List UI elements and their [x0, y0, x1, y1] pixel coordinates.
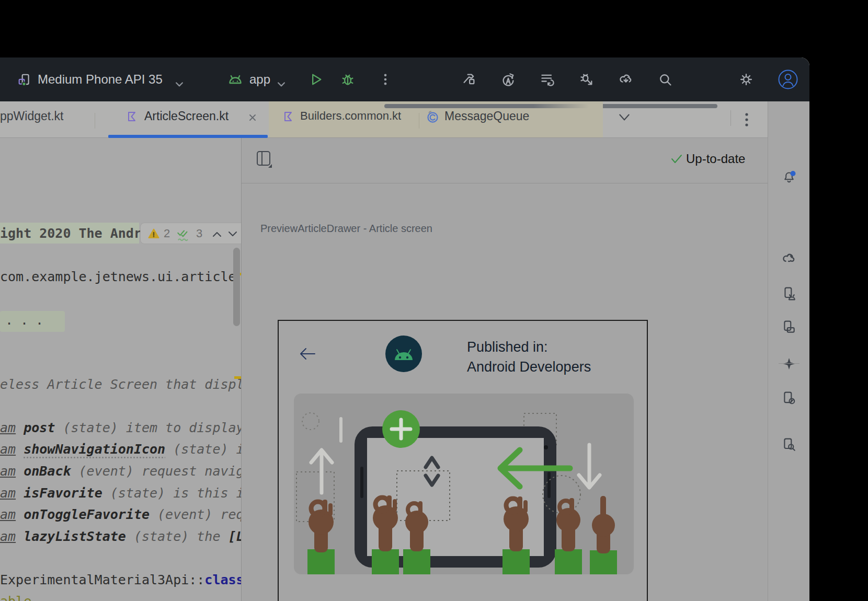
- switch-layout-icon[interactable]: [256, 150, 273, 169]
- device-manager-icon[interactable]: [782, 320, 796, 334]
- apply-code-changes-icon[interactable]: [540, 72, 555, 87]
- warning-stripe-mark[interactable]: [234, 376, 242, 379]
- device-explorer-icon[interactable]: [782, 437, 796, 452]
- running-devices-icon[interactable]: [782, 286, 796, 301]
- gradle-elephant-icon[interactable]: [782, 251, 796, 265]
- article-hero-image: [294, 394, 634, 574]
- folded-region-chip[interactable]: ...: [0, 311, 65, 332]
- class-file-icon: [426, 110, 440, 124]
- chevron-down-icon[interactable]: [176, 82, 183, 87]
- hidden-tabs-chevron-icon[interactable]: [618, 112, 631, 123]
- stripe-divider: [779, 363, 800, 364]
- settings-gear-icon[interactable]: [739, 72, 753, 87]
- compose-preview-pane: Up-to-date PreviewArticleDrawer - Articl…: [242, 138, 768, 601]
- code-line: am post (state) item to display: [0, 420, 242, 436]
- preview-title[interactable]: PreviewArticleDrawer - Article screen: [260, 223, 432, 235]
- main-toolbar: Medium Phone API 35 app: [0, 57, 809, 101]
- code-line: eless Article Screen that displa: [0, 377, 242, 392]
- status-text: Up-to-date: [686, 152, 745, 166]
- close-icon[interactable]: [248, 113, 257, 122]
- tab-label-fade: [533, 102, 603, 137]
- next-issue-chevron-icon[interactable]: [226, 228, 239, 240]
- check-icon: [670, 153, 683, 165]
- search-icon[interactable]: [658, 72, 672, 87]
- preview-status: Up-to-date: [686, 152, 745, 166]
- code-line: am showNavigationIcon (state) i: [0, 442, 242, 457]
- passed-count[interactable]: 3: [196, 227, 202, 240]
- kotlin-file-icon: [282, 110, 294, 123]
- code-line: com.example.jetnews.ui.article: [0, 269, 236, 285]
- tab-options-kebab[interactable]: [741, 108, 752, 132]
- article-preview-card[interactable]: Published in: Android Developers: [278, 320, 648, 601]
- code-line: am isFavorite (state) is this it: [0, 486, 242, 501]
- inspections-widget[interactable]: 2 3: [140, 223, 242, 244]
- editor-tab-bar: ppWidget.kt ArticleScreen.kt Builders.co…: [0, 101, 768, 138]
- code-line: am onBack (event) request naviga: [0, 464, 242, 479]
- code-line: ight 2020 The Andr: [0, 226, 142, 241]
- editor-scrollbar[interactable]: [233, 248, 240, 326]
- chevron-down-icon[interactable]: [278, 82, 285, 87]
- warning-icon[interactable]: [147, 227, 160, 240]
- published-in-label: Published in:: [467, 337, 548, 357]
- tab-articlescreen[interactable]: ArticleScreen.kt: [144, 109, 229, 123]
- device-mirroring-icon[interactable]: [782, 391, 796, 406]
- debug-button[interactable]: [340, 72, 355, 87]
- preview-toolbar: Up-to-date: [242, 138, 768, 183]
- apply-changes-icon[interactable]: [501, 72, 516, 87]
- tab-divider: [419, 113, 419, 129]
- gradle-sync-icon[interactable]: [619, 72, 633, 87]
- prev-issue-chevron-icon[interactable]: [211, 228, 223, 240]
- attach-debugger-icon[interactable]: [579, 72, 594, 87]
- code-line: ExperimentalMaterial3Api::class): [0, 572, 242, 588]
- code-editor-pane[interactable]: ight 2020 The Andrcom.example.jetnews.ui…: [0, 138, 242, 601]
- code-line: able: [0, 594, 31, 601]
- publisher-name: Android Developers: [467, 357, 591, 377]
- tab-divider: [95, 113, 95, 129]
- android-head-icon: [228, 73, 243, 86]
- notifications-bell-icon[interactable]: [782, 170, 796, 185]
- ide-window: Medium Phone API 35 app: [0, 57, 809, 601]
- tab-builders-common[interactable]: Builders.common.kt: [300, 109, 401, 123]
- device-selector[interactable]: Medium Phone API 35: [38, 72, 163, 87]
- publisher-logo: [385, 335, 422, 373]
- profile-avatar[interactable]: [778, 69, 798, 90]
- gemini-spark-icon[interactable]: [782, 356, 796, 371]
- warning-count[interactable]: 2: [164, 227, 170, 240]
- tab-appwidget[interactable]: ppWidget.kt: [0, 109, 63, 123]
- more-options-kebab[interactable]: [378, 72, 393, 87]
- screenshot-stage: Medium Phone API 35 app: [0, 0, 868, 601]
- run-button[interactable]: [309, 72, 323, 87]
- back-arrow-icon[interactable]: [297, 344, 318, 363]
- build-hammer-icon[interactable]: [462, 72, 476, 87]
- toolbar-divider: [730, 110, 731, 126]
- tab-messagequeue[interactable]: MessageQueue: [444, 109, 529, 123]
- kotlin-file-icon: [125, 110, 138, 123]
- checks-passed-icon[interactable]: [176, 226, 191, 242]
- right-tool-stripe: [768, 101, 809, 601]
- fold-ellipsis[interactable]: ...: [5, 311, 51, 330]
- code-line: am onToggleFavorite (event) requ: [0, 507, 242, 523]
- article-title-line1: From Java: [332, 592, 494, 601]
- device-icon: [18, 73, 31, 87]
- run-configuration[interactable]: app: [249, 72, 270, 87]
- code-line: am lazyListState (state) the [La: [0, 529, 242, 545]
